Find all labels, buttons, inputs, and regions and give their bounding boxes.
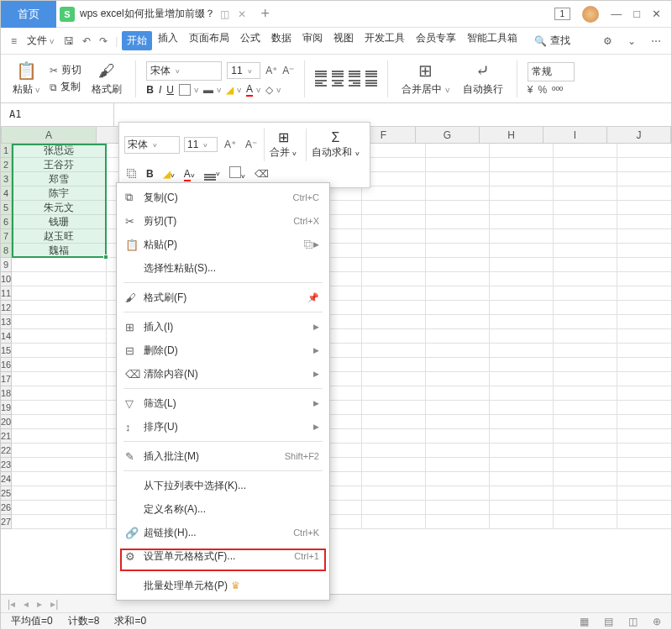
ctx-item-0[interactable]: ⧉复制(C)Ctrl+C (117, 186, 329, 209)
cell-G9[interactable] (426, 258, 490, 272)
cell-I21[interactable] (554, 429, 617, 444)
ctx-item-16[interactable]: 从下拉列表中选择(K)... (117, 474, 329, 497)
menu-tab-4[interactable]: 数据 (266, 31, 297, 50)
row-header-1[interactable]: 1 (1, 144, 12, 158)
cell-H14[interactable] (490, 329, 554, 344)
cell-J1[interactable] (617, 144, 671, 158)
spreadsheet-grid[interactable]: ABCDEFGHIJ 12345678910111213141516171819… (1, 127, 671, 580)
cell-F19[interactable] (362, 401, 426, 415)
cell-G18[interactable] (426, 386, 490, 401)
cell-F1[interactable] (362, 144, 426, 158)
cell-F14[interactable] (362, 329, 426, 344)
cell-I5[interactable] (554, 201, 617, 215)
cell-H8[interactable] (490, 244, 554, 258)
cell-A18[interactable] (12, 386, 107, 401)
menu-icon[interactable]: ≡ (8, 35, 20, 47)
cell-F8[interactable] (362, 244, 426, 258)
cell-G17[interactable] (426, 372, 490, 386)
cell-J22[interactable] (617, 444, 671, 458)
row-header-15[interactable]: 15 (1, 344, 12, 358)
cell-F12[interactable] (362, 301, 426, 315)
menu-tab-8[interactable]: 会员专享 (411, 31, 461, 50)
undo-icon[interactable]: ↶ (79, 35, 94, 47)
row-header-6[interactable]: 6 (1, 215, 12, 229)
decrease-font-icon[interactable]: A⁻ (282, 65, 294, 76)
mini-increase-font-icon[interactable]: A⁺ (222, 137, 239, 152)
align-bottom-icon[interactable] (349, 71, 360, 77)
cell-A16[interactable] (12, 358, 107, 372)
cell-J3[interactable] (617, 172, 671, 186)
cell-G8[interactable] (426, 244, 490, 258)
cell-A19[interactable] (12, 401, 107, 415)
cell-A3[interactable]: 郑雪 (12, 172, 107, 186)
menu-tab-0[interactable]: 开始 (122, 31, 152, 50)
row-header-20[interactable]: 20 (1, 415, 12, 429)
cell-G19[interactable] (426, 401, 490, 415)
cell-I18[interactable] (554, 386, 617, 401)
cell-J11[interactable] (617, 286, 671, 301)
row-header-4[interactable]: 4 (1, 186, 12, 201)
cell-G2[interactable] (426, 158, 490, 172)
cell-J9[interactable] (617, 258, 671, 272)
col-header-A[interactable]: A (2, 127, 97, 143)
row-header-18[interactable]: 18 (1, 386, 12, 401)
cell-A5[interactable]: 朱元文 (12, 201, 107, 215)
sheet-last-icon[interactable]: ▸| (50, 598, 58, 610)
cell-G26[interactable] (426, 501, 490, 515)
sheet-first-icon[interactable]: |◂ (8, 598, 15, 610)
ctx-item-14[interactable]: ✎插入批注(M)Shift+F2 (117, 444, 329, 468)
cell-J6[interactable] (617, 215, 671, 229)
ctx-item-5[interactable]: 🖌格式刷(F)📌 (117, 286, 329, 309)
row-header-26[interactable]: 26 (1, 501, 12, 515)
menu-tab-1[interactable]: 插入 (153, 31, 183, 50)
font-color-button[interactable]: A ⅴ (246, 83, 260, 97)
italic-button[interactable]: I (159, 84, 161, 96)
cell-I25[interactable] (554, 486, 617, 501)
menu-tab-5[interactable]: 审阅 (297, 31, 328, 50)
cell-H21[interactable] (490, 429, 554, 444)
row-header-13[interactable]: 13 (1, 315, 12, 329)
mini-decrease-font-icon[interactable]: A⁻ (243, 137, 260, 152)
effects-button[interactable]: ◇ ⅴ (265, 84, 281, 96)
search-box[interactable]: 🔍 查找 (534, 34, 570, 48)
font-family-select[interactable]: 宋体ⅴ (146, 61, 222, 81)
cell-I22[interactable] (554, 444, 617, 458)
cell-I13[interactable] (554, 315, 617, 329)
cell-F16[interactable] (362, 358, 426, 372)
row-header-8[interactable]: 8 (1, 244, 12, 258)
col-header-G[interactable]: G (416, 127, 480, 143)
menu-tab-6[interactable]: 视图 (328, 31, 359, 50)
row-header-9[interactable]: 9 (1, 258, 12, 272)
cell-A20[interactable] (12, 415, 107, 429)
mini-font-select[interactable]: 宋体ⅴ (124, 136, 180, 154)
mini-bold-button[interactable]: B (144, 166, 156, 181)
cell-G13[interactable] (426, 315, 490, 329)
indent-icon[interactable] (365, 80, 377, 87)
fill-color-button[interactable]: ▬ ⅴ (203, 84, 221, 96)
paste-button[interactable]: 📋 粘贴 ⅴ (9, 60, 43, 97)
cell-I17[interactable] (554, 372, 617, 386)
borders-button[interactable]: ⅴ (179, 84, 198, 96)
cell-F22[interactable] (362, 444, 426, 458)
cell-A15[interactable] (12, 344, 107, 358)
wrap-text-button[interactable]: ⤶ 自动换行 (459, 60, 507, 97)
file-menu[interactable]: 文件 ⅴ (22, 34, 59, 48)
cell-G4[interactable] (426, 186, 490, 201)
mini-border-button[interactable]: ⅴ (227, 165, 248, 182)
maximize-button[interactable]: □ (633, 8, 640, 20)
ctx-item-12[interactable]: ↕排序(U)▶ (117, 415, 329, 438)
cell-G3[interactable] (426, 172, 490, 186)
align-center-icon[interactable] (332, 80, 344, 87)
cell-H16[interactable] (490, 358, 554, 372)
save-icon[interactable]: 🖫 (60, 35, 77, 47)
cell-J27[interactable] (617, 515, 671, 529)
cell-H10[interactable] (490, 272, 554, 286)
cell-H13[interactable] (490, 315, 554, 329)
cell-J16[interactable] (617, 358, 671, 372)
cell-F21[interactable] (362, 429, 426, 444)
row-header-14[interactable]: 14 (1, 329, 12, 344)
cell-G5[interactable] (426, 201, 490, 215)
percent-icon[interactable]: % (538, 84, 547, 96)
cell-I15[interactable] (554, 344, 617, 358)
row-header-24[interactable]: 24 (1, 472, 12, 486)
